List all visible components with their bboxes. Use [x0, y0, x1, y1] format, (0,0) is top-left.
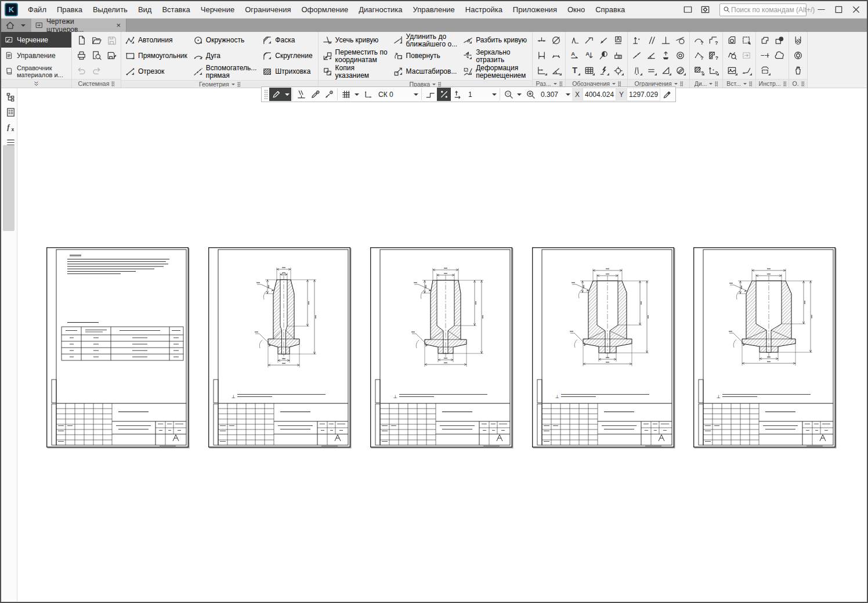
pencil-dropdown[interactable] — [283, 88, 291, 101]
dimension-diameter-icon[interactable] — [549, 33, 563, 48]
leader-arrow-icon[interactable] — [596, 33, 611, 48]
parallel-icon[interactable] — [644, 33, 659, 48]
edit-button-7[interactable]: Разбить кривую — [461, 33, 530, 48]
boolean-union-icon[interactable] — [772, 33, 787, 48]
geometry-button-7[interactable]: Фаска — [260, 33, 316, 48]
check-hatch-icon[interactable]: ? — [706, 48, 721, 63]
angle-constraint-icon[interactable] — [644, 48, 659, 63]
side-toolbar-scrollbar[interactable] — [3, 145, 15, 231]
polyregion-icon[interactable] — [772, 48, 787, 63]
fix-point-icon[interactable] — [659, 48, 673, 63]
position-mark-icon[interactable] — [596, 48, 611, 63]
axis-line-icon[interactable] — [758, 48, 772, 63]
measure-area-icon[interactable]: ? — [692, 63, 706, 78]
drawing-sheet-5[interactable]: ⊥ — [693, 247, 836, 447]
panel-item-materials[interactable]: Справочник материалов и... — [1, 63, 71, 79]
dimension-arc-icon[interactable] — [549, 48, 563, 63]
eyedropper-icon[interactable] — [660, 88, 674, 101]
align-points-icon[interactable] — [630, 33, 644, 48]
command-search[interactable] — [719, 3, 806, 16]
geometry-button-1[interactable]: Автолиния — [123, 33, 191, 48]
check-coordinates-icon[interactable]: ? — [706, 63, 721, 78]
perpendicular-icon[interactable] — [659, 33, 673, 48]
zoom-scale-select[interactable]: 0.307 — [537, 88, 564, 101]
panel-item-drafting[interactable]: Черчение — [1, 32, 71, 48]
aux-circles-icon[interactable] — [791, 48, 805, 63]
save-icon[interactable] — [104, 33, 119, 48]
drawing-sheet-1[interactable] — [46, 247, 189, 447]
print-icon[interactable] — [74, 48, 89, 63]
contour-icon[interactable] — [758, 33, 772, 48]
shape-frame-icon[interactable] — [611, 48, 625, 63]
check-nodes-icon[interactable]: ? — [692, 48, 706, 63]
document-tab[interactable]: Чертежи штуцеров... × — [31, 19, 126, 32]
menu-2[interactable]: Правка — [52, 1, 88, 19]
panel-collapse-chevrons-icon[interactable] — [1, 79, 71, 88]
dimension-linear-icon[interactable] — [534, 48, 549, 63]
mirror-constraint-icon[interactable] — [659, 63, 673, 78]
close-button[interactable] — [847, 3, 865, 17]
variables-fx-icon[interactable]: fx — [3, 121, 18, 133]
edit-button-9[interactable]: Деформация перемещением — [461, 64, 530, 80]
geometry-button-6[interactable]: Вспомогатель... прямая — [191, 64, 261, 80]
geometry-button-2[interactable]: Прямоугольник — [123, 49, 191, 64]
drawing-sheet-4[interactable]: ⊥ — [532, 247, 674, 447]
menu-10[interactable]: Управление — [408, 1, 460, 19]
equal-hatch-icon[interactable] — [673, 63, 688, 78]
menu-7[interactable]: Ограничения — [240, 1, 296, 19]
search-input[interactable] — [731, 6, 821, 14]
pencil-current-icon[interactable] — [269, 88, 283, 101]
menu-5[interactable]: Вставка — [157, 1, 195, 19]
ribbon-group-label-system[interactable]: Системная — [72, 79, 121, 88]
layer-select[interactable]: 1 — [465, 88, 490, 101]
ribbon-group-label-tools[interactable]: Инстр... — [756, 79, 789, 88]
menu-14[interactable]: Справка — [590, 1, 630, 19]
insert-preview-icon[interactable] — [725, 48, 739, 63]
edit-button-1[interactable]: Усечь кривую — [320, 33, 391, 48]
open-document-icon[interactable] — [89, 33, 104, 48]
print-preview-icon[interactable] — [89, 48, 104, 63]
view-label-icon[interactable]: A — [611, 33, 625, 48]
insert-view-icon[interactable] — [725, 33, 739, 48]
x-coordinate-field[interactable]: 4004.024 — [583, 88, 616, 101]
geometry-button-5[interactable]: Дуга — [191, 49, 261, 64]
section-spec-icon[interactable] — [791, 33, 805, 48]
y-coordinate-field[interactable]: 1297.029 — [627, 88, 660, 101]
menu-12[interactable]: Приложения — [508, 1, 562, 19]
menu-11[interactable]: Настройка — [460, 1, 508, 19]
drawing-sheet-2[interactable]: ⊥ — [208, 247, 350, 447]
menu-13[interactable]: Окно — [562, 1, 590, 19]
menu-3[interactable]: Выделить — [88, 1, 133, 19]
external-frame-icon[interactable] — [739, 33, 754, 48]
drawing-sheet-3[interactable]: ⊥ — [370, 247, 512, 447]
grid-icon[interactable] — [339, 88, 353, 101]
edit-button-4[interactable]: Удлинить до ближайшего о... — [391, 33, 461, 48]
redo-icon[interactable] — [89, 63, 104, 78]
geometry-button-4[interactable]: Окружность — [191, 33, 261, 48]
snap-points-icon[interactable] — [437, 88, 451, 101]
geometry-button-8[interactable]: Скругление — [260, 49, 316, 64]
weld-icon[interactable] — [596, 63, 611, 78]
concentric-icon[interactable] — [673, 48, 688, 63]
centermark-icon[interactable] — [611, 63, 625, 78]
ribbon-group-label-diagnostics[interactable]: Ди... — [690, 79, 722, 88]
measure-curve-icon[interactable]: ? — [692, 33, 706, 48]
tab-close-icon[interactable]: × — [114, 21, 122, 30]
geometry-button-3[interactable]: Отрезок — [123, 64, 191, 80]
geometry-button-9[interactable]: Штриховка — [260, 64, 316, 80]
leader-a-icon[interactable]: A — [567, 48, 582, 63]
maximize-button[interactable] — [830, 3, 847, 17]
edit-button-5[interactable]: Повернуть — [391, 49, 461, 64]
symmetry-icon[interactable] — [630, 63, 644, 78]
roughness-icon[interactable] — [567, 33, 582, 48]
table-icon[interactable] — [582, 63, 596, 78]
dimension-baseline-icon[interactable] — [534, 63, 549, 78]
window-restore-icon[interactable] — [680, 3, 695, 16]
coordinate-system-select[interactable]: СК 0 — [375, 88, 412, 101]
insert-image-icon[interactable] — [725, 63, 739, 78]
drawing-tree-icon[interactable] — [3, 91, 18, 103]
equal-icon[interactable] — [644, 63, 659, 78]
undo-icon[interactable] — [74, 63, 89, 78]
tangent-icon[interactable] — [673, 33, 688, 48]
ghost-pencil-icon[interactable] — [308, 88, 322, 101]
